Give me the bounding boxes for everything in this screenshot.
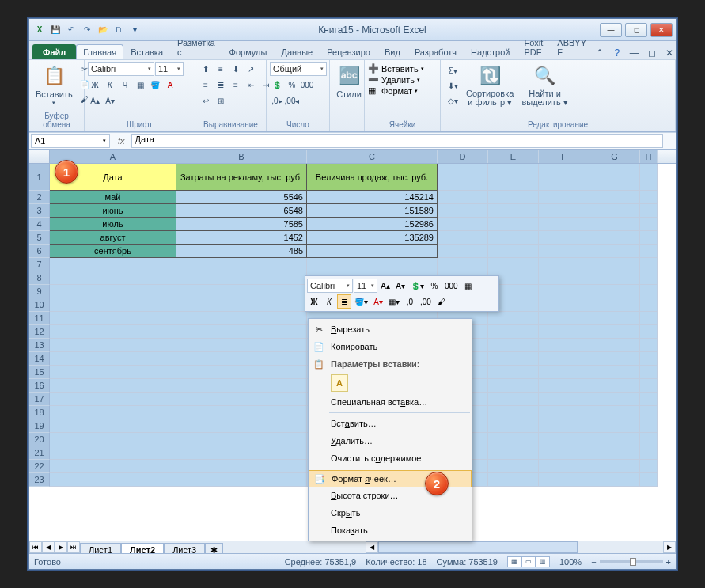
row-header[interactable]: 11: [29, 312, 50, 325]
cell[interactable]: [640, 164, 658, 191]
cell[interactable]: [589, 298, 640, 312]
menu-paste-special[interactable]: Специальная вставка…: [309, 393, 472, 411]
row-header[interactable]: 21: [29, 446, 50, 460]
horizontal-scrollbar[interactable]: ⏮ ◀ ▶ ⏭ Лист1 Лист2 Лист3 ✱ ◀ ▶: [29, 541, 676, 553]
cell[interactable]: [640, 379, 658, 393]
cell[interactable]: [488, 231, 539, 245]
cell[interactable]: [640, 258, 658, 271]
cell[interactable]: [589, 473, 640, 487]
cell[interactable]: [176, 285, 307, 298]
cell[interactable]: 485: [176, 245, 307, 258]
menu-clear-contents[interactable]: Очистить содержимое: [309, 450, 472, 467]
sheet-nav-prev[interactable]: ◀: [42, 541, 55, 553]
mini-grow-font[interactable]: A▴: [378, 279, 392, 293]
cell[interactable]: [640, 312, 658, 325]
cell[interactable]: [589, 379, 640, 393]
view-normal[interactable]: ▦: [507, 556, 521, 567]
cell[interactable]: [589, 271, 640, 285]
row-header[interactable]: 5: [29, 231, 50, 245]
minimize-button[interactable]: —: [600, 23, 622, 37]
fill-button[interactable]: ⬇▾: [445, 78, 460, 93]
cell[interactable]: [539, 379, 589, 393]
align-right-button[interactable]: ≡: [229, 78, 243, 92]
percent-button[interactable]: %: [285, 78, 299, 92]
tab-foxit[interactable]: Foxit PDF: [517, 35, 550, 59]
cell[interactable]: [589, 446, 640, 460]
cell[interactable]: [488, 406, 539, 419]
menu-copy[interactable]: 📄Копировать: [309, 338, 472, 355]
cell[interactable]: [539, 419, 589, 433]
cell[interactable]: [589, 433, 640, 446]
sort-filter-button[interactable]: 🔃 Сортировкаи фильтр ▾: [463, 62, 517, 108]
cell[interactable]: [539, 460, 589, 473]
row-header[interactable]: 22: [29, 460, 50, 473]
cell[interactable]: [539, 245, 589, 258]
qat-more-icon[interactable]: ▾: [127, 23, 142, 37]
cell[interactable]: [176, 446, 307, 460]
tab-addins[interactable]: Надстрой: [464, 44, 517, 59]
tab-data[interactable]: Данные: [274, 44, 320, 59]
find-select-button[interactable]: 🔍 Найти ивыделить ▾: [518, 62, 570, 108]
merge-button[interactable]: ⊞: [214, 93, 228, 108]
cell[interactable]: [176, 325, 307, 339]
sheet-tab-2[interactable]: Лист2: [121, 543, 164, 553]
cell[interactable]: [50, 446, 176, 460]
cell[interactable]: [488, 433, 539, 446]
tab-developer[interactable]: Разработч: [407, 44, 464, 59]
cell[interactable]: сентябрь: [50, 245, 176, 258]
cell[interactable]: [176, 406, 307, 419]
excel-icon[interactable]: X: [32, 23, 47, 37]
cell[interactable]: 6548: [176, 204, 307, 218]
row-header[interactable]: 8: [29, 271, 50, 285]
grow-font-button[interactable]: A▴: [88, 93, 102, 108]
bold-button[interactable]: Ж: [88, 78, 102, 92]
number-format-combo[interactable]: Общий▾: [270, 62, 327, 76]
cell[interactable]: [640, 325, 658, 339]
cell[interactable]: [488, 393, 539, 406]
tab-file[interactable]: Файл: [32, 44, 76, 59]
row-header[interactable]: 4: [29, 218, 50, 231]
cell[interactable]: [640, 393, 658, 406]
col-header-d[interactable]: D: [438, 150, 488, 163]
row-header[interactable]: 17: [29, 393, 50, 406]
cell[interactable]: [438, 218, 488, 231]
cell[interactable]: [438, 258, 488, 271]
sheet-tab-3[interactable]: Лист3: [164, 543, 205, 553]
mini-align-center[interactable]: ≣: [337, 294, 351, 309]
cells-insert-button[interactable]: ➕Вставить▾: [368, 63, 424, 74]
cell[interactable]: [539, 366, 589, 379]
doc-restore-icon[interactable]: ◻: [646, 47, 658, 59]
cell[interactable]: [640, 191, 658, 204]
font-color-button[interactable]: A: [163, 78, 177, 92]
hscroll-left[interactable]: ◀: [366, 541, 378, 553]
formula-input[interactable]: Дата: [131, 134, 663, 148]
indent-dec-button[interactable]: ⇤: [244, 78, 258, 92]
mini-font-combo[interactable]: Calibri▾: [307, 279, 353, 293]
cell[interactable]: [539, 393, 589, 406]
cell[interactable]: [589, 460, 640, 473]
cell[interactable]: [589, 312, 640, 325]
cell[interactable]: [539, 312, 589, 325]
cell[interactable]: [438, 204, 488, 218]
cell[interactable]: [176, 298, 307, 312]
cells-format-button[interactable]: ▦Формат▾: [368, 85, 418, 96]
cell[interactable]: [539, 433, 589, 446]
mini-inc-decimal[interactable]: ,0: [403, 294, 417, 309]
cell[interactable]: [438, 245, 488, 258]
italic-button[interactable]: К: [103, 78, 117, 92]
cell[interactable]: [50, 339, 176, 352]
cell[interactable]: [539, 204, 589, 218]
mini-font-color[interactable]: A▾: [371, 294, 385, 309]
mini-comma[interactable]: 000: [442, 279, 461, 293]
styles-button[interactable]: 🔤 Стили: [333, 62, 365, 101]
undo-icon[interactable]: ↶: [64, 23, 78, 37]
cell[interactable]: июнь: [50, 204, 176, 218]
cell[interactable]: [589, 366, 640, 379]
row-header[interactable]: 19: [29, 419, 50, 433]
cell[interactable]: [50, 312, 176, 325]
hscroll-right[interactable]: ▶: [663, 541, 676, 553]
row-header[interactable]: 14: [29, 352, 50, 366]
cell[interactable]: [539, 446, 589, 460]
mini-fill-color[interactable]: 🪣▾: [352, 294, 370, 309]
cell[interactable]: 145214: [307, 191, 438, 204]
